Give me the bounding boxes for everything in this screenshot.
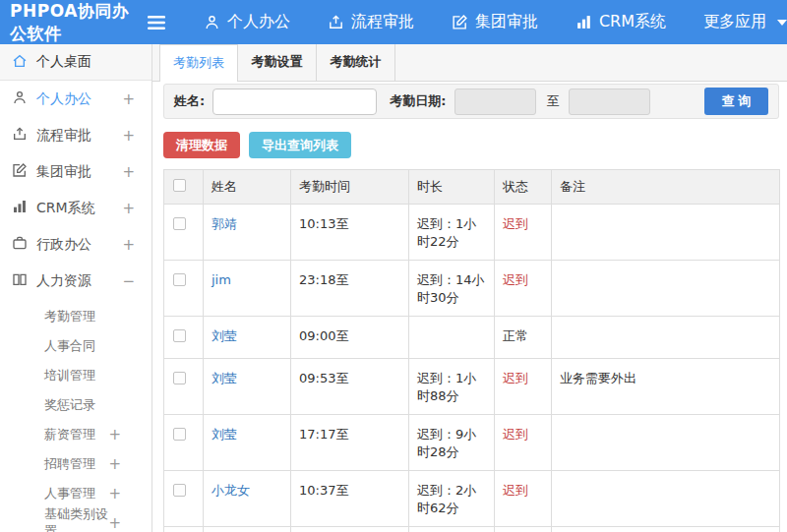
sidebar-subitem-label: 基础类别设置 <box>44 505 108 532</box>
row-checkbox[interactable] <box>173 273 186 286</box>
sidebar-subitem-training-mgmt[interactable]: 培训管理 <box>0 361 151 390</box>
column-header-duration: 时长 <box>409 170 495 205</box>
duration-text: 迟到：2小时90分 早退：7小时10分 <box>409 527 495 532</box>
duration-text <box>409 317 495 359</box>
note-text <box>552 205 780 261</box>
expand-plus-icon[interactable]: + <box>108 485 121 502</box>
topbar: PHPOA协同办公软件 个人办公 流程审批 集团审批 <box>0 0 787 44</box>
sidebar-subitem-base-category-settings[interactable]: 基础类别设置 + <box>0 508 151 532</box>
employee-name-link[interactable]: 刘莹 <box>212 371 237 385</box>
select-all-checkbox[interactable] <box>173 179 186 192</box>
attendance-time: 10:37至 <box>291 471 409 527</box>
topnav-label: 个人办公 <box>227 12 290 32</box>
table-row: 郭靖 10:13至 迟到：1小时22分 迟到 <box>164 205 780 261</box>
export-list-button[interactable]: 导出查询列表 <box>249 132 351 158</box>
bar-chart-icon <box>575 14 592 30</box>
status-text: 迟到 <box>503 272 528 287</box>
expand-plus-icon[interactable]: + <box>122 163 135 181</box>
topnav-personal-office[interactable]: 个人办公 <box>204 12 290 32</box>
employee-name-link[interactable]: jim <box>212 272 231 287</box>
topnav-workflow-approval[interactable]: 流程审批 <box>328 12 414 32</box>
attendance-time: 09:53至 <box>291 359 409 415</box>
employee-name-link[interactable]: 刘莹 <box>212 427 237 442</box>
employee-name-link[interactable]: 郭靖 <box>212 216 237 231</box>
sidebar-item-admin-office[interactable]: 行政办公 + <box>0 226 151 263</box>
sidebar-subitem-hr-contract[interactable]: 人事合同 <box>0 331 151 361</box>
sidebar-item-label: 行政办公 <box>36 236 91 254</box>
topnav-crm-system[interactable]: CRM系统 <box>575 12 666 32</box>
sidebar-item-human-resources[interactable]: 人力资源 − <box>0 263 151 299</box>
filter-bar: 姓名: 考勤日期: 至 查 询 <box>163 84 779 119</box>
table-row: 刘莹 09:53至 迟到：1小时88分 迟到 业务需要外出 <box>164 359 780 415</box>
attendance-table: 姓名 考勤时间 时长 状态 备注 郭靖 10:13至 迟到：1小时22分 迟到 <box>163 169 780 532</box>
search-button[interactable]: 查 询 <box>704 88 768 115</box>
tab-attendance-list[interactable]: 考勤列表 <box>159 44 238 82</box>
workflow-icon <box>328 14 344 30</box>
topnav-label: 更多应用 <box>703 12 766 32</box>
sidebar-item-desktop[interactable]: 个人桌面 <box>0 44 151 81</box>
expand-plus-icon[interactable]: + <box>108 455 121 473</box>
user-icon <box>12 89 28 108</box>
sidebar-subitem-label: 薪资管理 <box>44 426 95 443</box>
hamburger-menu-icon[interactable] <box>147 15 166 30</box>
duration-text: 迟到：1小时22分 <box>409 205 495 261</box>
table-header-row: 姓名 考勤时间 时长 状态 备注 <box>164 170 780 205</box>
sidebar-item-crm-system[interactable]: CRM系统 + <box>0 190 151 226</box>
topnav-group-approval[interactable]: 集团审批 <box>452 12 538 32</box>
employee-name-link[interactable]: 刘莹 <box>212 328 237 343</box>
expand-plus-icon[interactable]: + <box>122 127 135 145</box>
clear-data-button[interactable]: 清理数据 <box>163 132 240 158</box>
expand-plus-icon[interactable]: + <box>122 90 135 108</box>
sidebar-item-label: 个人办公 <box>36 90 91 108</box>
bar-chart-icon <box>12 199 28 217</box>
row-checkbox[interactable] <box>173 329 186 342</box>
topnav-more-apps[interactable]: 更多应用 <box>703 12 787 32</box>
sidebar-subitem-label: 培训管理 <box>44 367 95 384</box>
status-text: 迟到 <box>503 216 528 231</box>
collapse-minus-icon[interactable]: − <box>122 272 135 290</box>
expand-plus-icon[interactable]: + <box>108 426 121 443</box>
duration-text: 迟到：2小时62分 <box>409 471 495 527</box>
table-row: 管理员 10:54至10:54 迟到：2小时90分 早退：7小时10分 迟到/早… <box>164 527 780 532</box>
duration-text: 迟到：14小时30分 <box>409 261 495 317</box>
status-text: 迟到 <box>503 483 528 498</box>
attendance-time: 10:13至 <box>291 205 409 261</box>
tab-attendance-stats[interactable]: 考勤统计 <box>317 44 395 81</box>
sidebar-subitem-reward-punishment[interactable]: 奖惩记录 <box>0 390 151 420</box>
name-input[interactable] <box>212 89 377 115</box>
row-checkbox[interactable] <box>173 372 186 384</box>
row-checkbox[interactable] <box>173 428 186 441</box>
expand-plus-icon[interactable]: + <box>122 236 135 254</box>
sidebar-subitem-recruitment-mgmt[interactable]: 招聘管理 + <box>0 449 151 479</box>
row-checkbox[interactable] <box>173 484 186 497</box>
expand-plus-icon[interactable]: + <box>108 514 121 532</box>
sidebar-subitem-label: 招聘管理 <box>44 455 95 473</box>
table-row: jim 23:18至 迟到：14小时30分 迟到 <box>164 261 780 317</box>
sidebar-subitem-attendance-mgmt[interactable]: 考勤管理 <box>0 302 151 331</box>
sidebar-subitem-salary-mgmt[interactable]: 薪资管理 + <box>0 420 151 449</box>
to-label: 至 <box>546 92 559 110</box>
column-header-status: 状态 <box>495 170 552 205</box>
sidebar-item-label: 个人桌面 <box>36 53 91 71</box>
app-window: PHPOA协同办公软件 个人办公 流程审批 集团审批 <box>0 0 787 532</box>
sidebar-item-workflow-approval[interactable]: 流程审批 + <box>0 117 151 153</box>
expand-plus-icon[interactable]: + <box>122 200 135 217</box>
home-icon <box>12 53 28 72</box>
note-text: 业务需要外出 <box>552 359 780 415</box>
sidebar-subitem-label: 奖惩记录 <box>44 396 95 414</box>
tab-attendance-settings[interactable]: 考勤设置 <box>238 44 317 81</box>
sidebar: 个人桌面 个人办公 + 流程审批 + 集团审批 <box>0 44 152 532</box>
sidebar-menu: 个人办公 + 流程审批 + 集团审批 + CR <box>0 81 151 532</box>
sidebar-item-label: 人力资源 <box>36 272 91 290</box>
sidebar-item-personal-office[interactable]: 个人办公 + <box>0 81 151 117</box>
date-from-input[interactable] <box>454 89 536 115</box>
status-text: 迟到 <box>503 427 528 442</box>
name-label: 姓名: <box>174 92 205 110</box>
date-to-input[interactable] <box>569 89 650 115</box>
sidebar-subitem-personnel-mgmt[interactable]: 人事管理 + <box>0 479 151 508</box>
row-checkbox[interactable] <box>173 217 186 230</box>
employee-name-link[interactable]: 小龙女 <box>212 483 250 498</box>
sidebar-item-group-approval[interactable]: 集团审批 + <box>0 153 151 190</box>
attendance-time: 17:17至 <box>291 415 409 471</box>
sidebar-subitem-label: 人事管理 <box>44 485 95 502</box>
